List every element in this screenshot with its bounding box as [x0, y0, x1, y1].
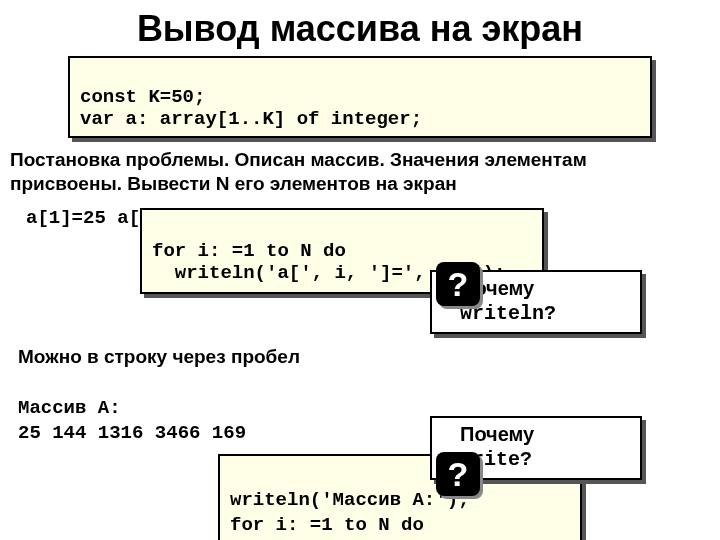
question-write: ? Почему write?	[448, 460, 660, 480]
question-mark-icon: ?	[436, 452, 480, 496]
question-mark-icon: ?	[436, 262, 480, 306]
code-declaration: const K=50; var a: array[1..K] of intege…	[68, 56, 652, 138]
question-writeln: ? Почему writeln?	[448, 270, 660, 334]
code-line: for i: =1 to N do	[230, 514, 424, 536]
subheading: Можно в строку через пробел	[0, 346, 720, 370]
bottom-row: writeln('Массив A:'); for i: =1 to N do …	[0, 454, 720, 540]
example-row: a[1]=25 a[2]=144 a[3]=1316 a[4]=3466 a[5…	[0, 206, 720, 346]
code-line: const K=50;	[80, 86, 205, 108]
output-line: Массив A:	[18, 397, 121, 419]
question-text: Почему	[460, 423, 534, 445]
value-line: a[1]=25	[26, 207, 106, 229]
page-title: Вывод массива на экран	[0, 0, 720, 56]
code-line: writeln('Массив A:');	[230, 489, 469, 511]
output-line: 25 144 1316 3466 169	[18, 422, 246, 444]
problem-statement: Постановка проблемы. Описан массив. Знач…	[0, 138, 720, 202]
code-line: for i: =1 to N do	[152, 240, 346, 262]
code-line: var a: array[1..K] of integer;	[80, 108, 422, 130]
